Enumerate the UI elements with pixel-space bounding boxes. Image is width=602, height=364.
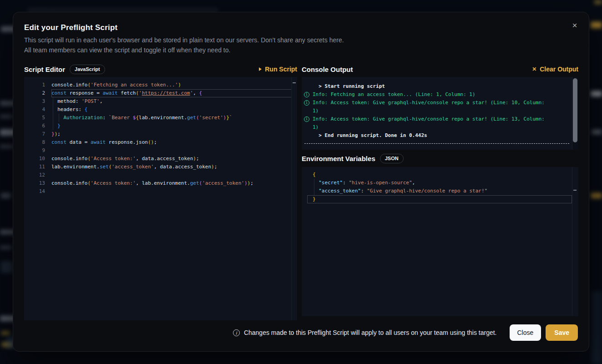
code-line[interactable]: 5 Authorization: `Bearer ${lab.environme… — [24, 114, 297, 122]
play-icon — [259, 67, 262, 71]
code-line[interactable]: 7}); — [24, 130, 297, 138]
console-scrollbar-thumb[interactable] — [573, 78, 577, 142]
script-editor-lines: 1console.info('Fetching an access token.… — [24, 81, 297, 196]
script-editor[interactable]: 1console.info('Fetching an access token.… — [24, 77, 297, 320]
environment-code-line[interactable]: } — [302, 195, 578, 203]
json-badge: JSON — [380, 154, 404, 163]
clear-icon: ✕ — [532, 66, 536, 72]
line-number: 2 — [24, 89, 51, 97]
console-entry: iInfo: Access token: Give graphql-hive/c… — [303, 115, 570, 131]
close-icon: × — [572, 20, 577, 30]
code-line-content: console.info('Access token:', lab.enviro… — [51, 179, 292, 187]
line-number: 8 — [24, 138, 51, 147]
preflight-modal: × Edit your Preflight Script This script… — [13, 12, 589, 352]
background-blur-blob — [594, 0, 602, 4]
code-line[interactable]: 6 } — [24, 122, 297, 130]
info-icon: i — [233, 329, 240, 336]
code-line[interactable]: 12 — [24, 171, 297, 179]
code-line[interactable]: 1console.info('Fetching an access token.… — [24, 81, 297, 89]
line-number: 6 — [24, 122, 51, 130]
line-number: 14 — [24, 187, 51, 196]
background-blur-blob — [591, 193, 602, 198]
line-number: 5 — [24, 114, 51, 122]
javascript-badge: JavaScript — [70, 65, 105, 74]
save-button[interactable]: Save — [546, 324, 578, 341]
code-line[interactable]: 8const data = await response.json(); — [24, 138, 297, 147]
background-blur-blob — [1, 331, 10, 335]
code-line-content: method: 'POST', — [51, 97, 292, 106]
code-line[interactable]: 2const response = await fetch('https://t… — [24, 89, 297, 97]
code-line-content: lab.environment.set('access_token', data… — [51, 163, 292, 171]
console-entry-gutter — [303, 82, 313, 91]
environment-variables-header: Environment Variables JSON — [302, 152, 578, 164]
console-entry-text: > Start running script — [313, 82, 385, 91]
footer-notice: i Changes made to this Preflight Script … — [233, 329, 497, 336]
code-line-content: const data = await response.json(); — [51, 138, 292, 147]
code-line-content: } — [51, 122, 292, 130]
code-line-content — [51, 187, 292, 196]
code-line[interactable]: 11lab.environment.set('access_token', da… — [24, 163, 297, 171]
environment-variables-editor[interactable]: { "secret": "hive-is-open-source", "acce… — [302, 167, 578, 316]
console-output-header: Console Output ✕ Clear Output — [302, 63, 578, 75]
close-button[interactable]: Close — [510, 324, 541, 341]
console-output: > Start running scriptiInfo: Fetching an… — [302, 77, 578, 150]
line-number: 3 — [24, 97, 51, 106]
code-line-content — [51, 147, 292, 155]
console-entry-gutter — [303, 131, 313, 140]
line-number: 12 — [24, 171, 51, 179]
code-line[interactable]: 10console.info('Access token:', data.acc… — [24, 155, 297, 163]
console-entry-text: Info: Access token: Give graphql-hive/co… — [313, 115, 545, 131]
editor-scrollbar[interactable] — [291, 77, 297, 320]
code-line-content: }); — [51, 130, 292, 138]
background-blur-blob — [27, 8, 218, 12]
environment-code-line[interactable]: { — [302, 171, 578, 179]
run-script-button[interactable]: Run Script — [259, 66, 297, 73]
console-entry: iInfo: Access token: Give graphql-hive/c… — [303, 99, 570, 115]
console-entry-text: Info: Fetching an access token... (Line:… — [313, 91, 476, 99]
indent-guide — [314, 179, 314, 195]
script-editor-title: Script Editor — [24, 66, 65, 73]
console-entry-text: > End running script. Done in 0.442s — [313, 131, 427, 140]
overview-ruler-mark — [293, 82, 296, 83]
indent-guide — [53, 97, 53, 130]
environment-code-line[interactable]: "secret": "hive-is-open-source", — [302, 179, 578, 187]
code-line-content: console.info('Access token:', data.acces… — [51, 155, 292, 163]
code-line[interactable]: 13console.info('Access token:', lab.envi… — [24, 179, 297, 187]
indent-guide — [59, 114, 59, 122]
code-line-content: headers: { — [51, 106, 292, 114]
code-line[interactable]: 14 — [24, 187, 297, 196]
info-circle-icon: i — [303, 99, 313, 115]
environment-variables-title: Environment Variables — [302, 155, 375, 162]
console-entry: iInfo: Fetching an access token... (Line… — [303, 91, 570, 99]
console-entry: > End running script. Done in 0.442s — [303, 131, 570, 140]
clear-output-button[interactable]: ✕ Clear Output — [532, 66, 578, 73]
footer-notice-text: Changes made to this Preflight Script wi… — [244, 329, 497, 336]
code-line-content: Authorization: `Bearer ${lab.environment… — [51, 114, 292, 122]
background-blur-blob — [592, 291, 602, 364]
code-line[interactable]: 9 — [24, 147, 297, 155]
code-line-content: const response = await fetch('https://te… — [51, 89, 292, 97]
code-line-content — [51, 171, 292, 179]
script-editor-header: Script Editor JavaScript Run Script — [24, 63, 297, 75]
info-circle-icon: i — [303, 91, 313, 99]
run-script-label: Run Script — [265, 66, 297, 73]
line-number: 1 — [24, 81, 51, 89]
overview-ruler-mark — [573, 190, 577, 191]
code-line[interactable]: 3 method: 'POST', — [24, 97, 297, 106]
background-blur-blob — [1, 261, 13, 273]
line-number: 13 — [24, 179, 51, 187]
console-scrollbar — [572, 77, 578, 150]
background-blur-blob — [0, 145, 14, 148]
environment-code-line[interactable]: "access_token": "Give graphql-hive/conso… — [302, 187, 578, 195]
console-separator — [304, 143, 569, 144]
line-number: 9 — [24, 147, 51, 155]
modal-close-button[interactable]: × — [569, 20, 581, 31]
background-blur-blob — [0, 115, 13, 118]
environment-editor-lines: { "secret": "hive-is-open-source", "acce… — [302, 171, 578, 203]
console-entry-text: Info: Access token: Give graphql-hive/co… — [313, 99, 545, 115]
clear-output-label: Clear Output — [540, 66, 578, 73]
code-line[interactable]: 4 headers: { — [24, 106, 297, 114]
line-number: 7 — [24, 130, 51, 138]
info-circle-icon: i — [303, 115, 313, 131]
modal-title: Edit your Preflight Script — [24, 23, 117, 32]
